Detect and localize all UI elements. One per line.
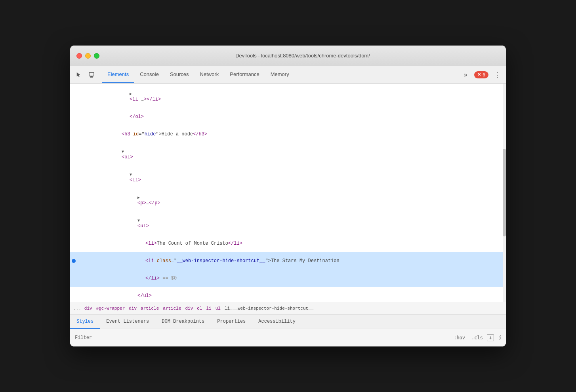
dom-line[interactable]: <li …></li> <box>70 85 506 108</box>
toolbar-icons <box>73 69 97 80</box>
dom-line[interactable]: <h3 id="hide">Hide a node</h3> <box>70 126 506 143</box>
maximize-button[interactable] <box>94 53 99 59</box>
svg-rect-0 <box>89 72 94 76</box>
breadcrumb-div1[interactable]: div <box>83 305 94 312</box>
breadcrumb-ellipsis: ... <box>73 306 81 311</box>
breadcrumb-bar: ... div #gc-wrapper div article article … <box>70 302 506 314</box>
scrollbar-track[interactable] <box>503 84 506 302</box>
dom-line[interactable]: </ol> <box>70 108 506 126</box>
error-count: 6 <box>483 72 485 78</box>
tab-elements[interactable]: Elements <box>102 66 134 83</box>
tab-accessibility[interactable]: Accessibility <box>252 315 302 329</box>
tab-performance[interactable]: Performance <box>224 66 265 83</box>
dom-line[interactable]: <li>The Count of Monte Cristo</li> <box>70 235 506 252</box>
minimize-button[interactable] <box>85 53 91 59</box>
window-title: DevTools - localhost:8080/web/tools/chro… <box>106 53 500 59</box>
breadcrumb-li[interactable]: li <box>205 305 213 312</box>
filter-bar: :hov .cls + <box>70 329 506 346</box>
breakpoint-dot <box>70 259 77 263</box>
scrollbar-thumb[interactable] <box>503 149 506 236</box>
toolbar-right: » ✕ 6 ⋮ <box>460 69 503 80</box>
filter-input[interactable] <box>75 335 448 341</box>
resize-handle-icon <box>496 335 501 341</box>
tab-event-listeners[interactable]: Event Listeners <box>100 315 155 329</box>
toolbar: Elements Console Sources Network Perform… <box>70 66 506 84</box>
close-button[interactable] <box>76 53 82 59</box>
triangle-icon[interactable] <box>130 91 132 96</box>
bottom-tabs: Styles Event Listeners DOM Breakpoints P… <box>70 315 506 329</box>
breadcrumb-article1[interactable]: article <box>139 305 160 312</box>
kebab-menu-button[interactable]: ⋮ <box>492 69 503 80</box>
more-tabs-button[interactable]: » <box>460 69 471 80</box>
breadcrumb-li-class[interactable]: li.__web-inspector-hide-shortcut__ <box>223 305 315 312</box>
cls-button[interactable]: .cls <box>469 334 485 341</box>
tab-styles[interactable]: Styles <box>70 315 100 329</box>
tab-properties[interactable]: Properties <box>211 315 252 329</box>
breadcrumb-article2[interactable]: article <box>161 305 183 312</box>
cursor-icon-button[interactable] <box>73 69 84 80</box>
dom-line[interactable]: <li> <box>70 166 506 189</box>
dom-line[interactable]: <p>…</p> <box>70 189 506 212</box>
dom-line-selected-close[interactable]: </li> == $0 <box>70 270 506 287</box>
dom-line[interactable]: <ul> <box>70 212 506 235</box>
tab-sources[interactable]: Sources <box>164 66 195 83</box>
triangle-icon[interactable] <box>137 219 140 223</box>
triangle-icon[interactable] <box>130 173 132 177</box>
titlebar: DevTools - localhost:8080/web/tools/chro… <box>70 46 506 66</box>
tab-network[interactable]: Network <box>195 66 225 83</box>
filter-buttons: :hov .cls + <box>451 334 501 341</box>
breadcrumb-ul[interactable]: ul <box>214 305 222 312</box>
dom-line[interactable]: </ul> <box>70 287 506 302</box>
dom-content[interactable]: <li …></li> </ol> <h3 id="hide">Hide a n… <box>70 84 506 302</box>
breadcrumb-div3[interactable]: div <box>184 305 195 312</box>
breadcrumb-gc-wrapper[interactable]: #gc-wrapper <box>95 305 127 312</box>
tab-dom-breakpoints[interactable]: DOM Breakpoints <box>155 315 211 329</box>
tab-console[interactable]: Console <box>134 66 164 83</box>
dom-line[interactable]: <ol> <box>70 143 506 166</box>
triangle-icon[interactable] <box>122 150 124 154</box>
breadcrumb-ol[interactable]: ol <box>195 305 204 312</box>
dom-line-selected[interactable]: <li class="__web-inspector-hide-shortcut… <box>70 252 506 270</box>
add-style-button[interactable]: + <box>487 334 494 341</box>
main-tabs: Elements Console Sources Network Perform… <box>102 66 295 83</box>
triangle-icon[interactable] <box>137 195 140 200</box>
inspect-icon-button[interactable] <box>86 69 97 80</box>
dom-panel: <li …></li> </ol> <h3 id="hide">Hide a n… <box>70 84 506 346</box>
breadcrumb-div2[interactable]: div <box>127 305 138 312</box>
tab-memory[interactable]: Memory <box>265 66 295 83</box>
hov-button[interactable]: :hov <box>451 334 467 341</box>
devtools-window: DevTools - localhost:8080/web/tools/chro… <box>70 46 506 346</box>
error-x-icon: ✕ <box>477 72 481 77</box>
error-badge[interactable]: ✕ 6 <box>474 71 488 78</box>
bottom-panel: Styles Event Listeners DOM Breakpoints P… <box>70 314 506 346</box>
traffic-lights <box>76 53 99 59</box>
